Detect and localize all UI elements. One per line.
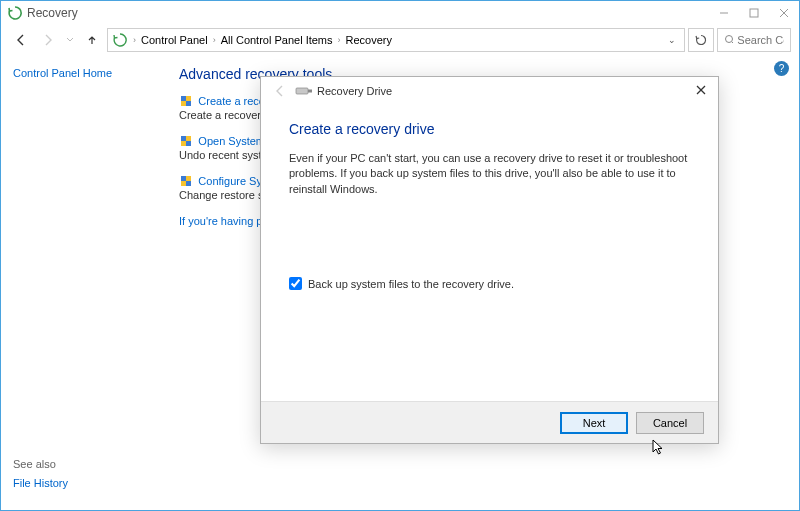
close-button[interactable] — [769, 1, 799, 24]
dialog-header: Recovery Drive — [261, 77, 718, 105]
svg-rect-9 — [186, 101, 191, 106]
backup-checkbox[interactable] — [289, 277, 302, 290]
window-title: Recovery — [27, 6, 78, 20]
minimize-button[interactable] — [709, 1, 739, 24]
see-also-heading: See also — [13, 458, 68, 470]
search-box[interactable] — [717, 28, 791, 52]
chevron-right-icon: › — [213, 35, 216, 45]
back-button[interactable] — [9, 29, 33, 51]
svg-rect-6 — [181, 96, 186, 101]
shield-icon — [179, 94, 193, 108]
shield-icon — [179, 134, 193, 148]
window-titlebar: Recovery — [1, 1, 799, 24]
dialog-body: Create a recovery drive Even if your PC … — [261, 105, 718, 401]
recovery-drive-dialog: Recovery Drive Create a recovery drive E… — [260, 76, 719, 444]
address-dropdown[interactable]: ⌄ — [664, 35, 680, 45]
svg-point-4 — [726, 36, 733, 43]
svg-rect-17 — [186, 181, 191, 186]
svg-rect-12 — [181, 141, 186, 146]
chevron-right-icon: › — [338, 35, 341, 45]
up-button[interactable] — [80, 29, 104, 51]
svg-rect-7 — [186, 96, 191, 101]
file-history-link[interactable]: File History — [13, 477, 68, 489]
svg-rect-13 — [186, 141, 191, 146]
svg-rect-15 — [186, 176, 191, 181]
svg-rect-1 — [750, 9, 758, 17]
svg-rect-11 — [186, 136, 191, 141]
breadcrumb-item[interactable]: Recovery — [346, 34, 392, 46]
address-bar[interactable]: › Control Panel › All Control Panel Item… — [107, 28, 685, 52]
breadcrumb-item[interactable]: Control Panel — [141, 34, 208, 46]
svg-rect-18 — [296, 88, 308, 94]
recent-dropdown[interactable] — [63, 29, 77, 51]
refresh-button[interactable] — [688, 28, 714, 52]
svg-rect-19 — [308, 90, 312, 93]
next-button[interactable]: Next — [560, 412, 628, 434]
control-panel-home-link[interactable]: Control Panel Home — [13, 67, 112, 79]
window-controls — [709, 1, 799, 24]
chevron-right-icon: › — [133, 35, 136, 45]
svg-rect-10 — [181, 136, 186, 141]
dialog-heading: Create a recovery drive — [289, 121, 690, 137]
forward-button[interactable] — [36, 29, 60, 51]
backup-checkbox-label: Back up system files to the recovery dri… — [308, 278, 514, 290]
svg-rect-14 — [181, 176, 186, 181]
dialog-description: Even if your PC can't start, you can use… — [289, 151, 690, 197]
sidebar: Control Panel Home See also File History — [1, 56, 165, 510]
backup-checkbox-row[interactable]: Back up system files to the recovery dri… — [289, 277, 690, 290]
svg-rect-16 — [181, 181, 186, 186]
cancel-button[interactable]: Cancel — [636, 412, 704, 434]
dialog-back-button[interactable] — [269, 80, 291, 102]
see-also-section: See also File History — [13, 458, 68, 490]
usb-drive-icon — [295, 84, 313, 98]
dialog-close-button[interactable] — [688, 80, 714, 100]
svg-line-5 — [732, 42, 733, 45]
dialog-footer: Next Cancel — [261, 401, 718, 443]
breadcrumb-item[interactable]: All Control Panel Items — [221, 34, 333, 46]
dialog-title: Recovery Drive — [317, 85, 392, 97]
search-icon — [724, 34, 733, 46]
svg-rect-8 — [181, 101, 186, 106]
search-input[interactable] — [737, 34, 784, 46]
recovery-breadcrumb-icon — [112, 32, 128, 48]
navigation-toolbar: › Control Panel › All Control Panel Item… — [1, 24, 799, 56]
maximize-button[interactable] — [739, 1, 769, 24]
shield-icon — [179, 174, 193, 188]
recovery-app-icon — [7, 5, 23, 21]
